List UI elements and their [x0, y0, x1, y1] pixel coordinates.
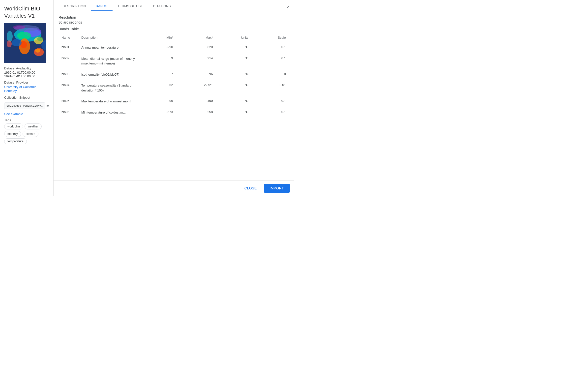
svg-point-11	[7, 31, 13, 42]
svg-point-12	[7, 40, 12, 47]
import-button[interactable]: IMPORT	[264, 184, 290, 193]
col-header-description: Description	[78, 33, 143, 42]
cell-units: °C	[216, 80, 251, 96]
cell-max: 22721	[176, 80, 216, 96]
cell-units: °C	[216, 53, 251, 69]
col-header-name: Name	[58, 33, 78, 42]
tabs-bar: DESCRIPTION BANDS TERMS OF USE CITATIONS…	[53, 0, 294, 11]
main-layout: WorldClim BIO Variables V1	[0, 0, 294, 196]
table-row: bio06 Min temperature of coldest m... -5…	[58, 107, 289, 118]
svg-point-10	[35, 48, 40, 52]
cell-units: °C	[216, 42, 251, 53]
cell-min: -573	[143, 107, 176, 118]
cell-max: 214	[176, 53, 216, 69]
bands-table: Name Description Min* Max* Units Scale b…	[58, 33, 289, 118]
cell-description: Annual mean temperature	[78, 42, 143, 53]
dataset-provider-link[interactable]: University of California, Berkeley	[4, 85, 37, 93]
cell-scale: 0.01	[251, 80, 289, 96]
cell-min: -96	[143, 96, 176, 107]
table-row: bio01 Annual mean temperature -290 320 °…	[58, 42, 289, 53]
cell-max: 490	[176, 96, 216, 107]
tags-section: Tags worldclim weather monthly climate t…	[4, 118, 49, 144]
cell-units: °C	[216, 107, 251, 118]
resolution-label: Resolution	[58, 15, 289, 19]
dataset-availability-label: Dataset Availability	[4, 66, 49, 70]
tags-label: Tags	[4, 118, 49, 122]
cell-name: bio06	[58, 107, 78, 118]
svg-point-15	[12, 39, 21, 46]
svg-point-8	[37, 37, 43, 41]
svg-point-14	[13, 25, 25, 29]
cell-units: °C	[216, 96, 251, 107]
cell-max: 320	[176, 42, 216, 53]
tab-description[interactable]: DESCRIPTION	[57, 0, 91, 11]
cell-description: Temperature seasonality (Standard deviat…	[78, 80, 143, 96]
col-header-units: Units	[216, 33, 251, 42]
cell-scale: 0	[251, 69, 289, 80]
collection-snippet-label: Collection Snippet	[4, 96, 49, 100]
cell-name: bio04	[58, 80, 78, 96]
table-row: bio04 Temperature seasonality (Standard …	[58, 80, 289, 96]
tag-worldclim[interactable]: worldclim	[4, 124, 23, 130]
cell-min: 7	[143, 69, 176, 80]
cell-description: Mean diurnal range (mean of monthly (max…	[78, 53, 143, 69]
table-row: bio03 Isothermality (bio02/bio07) 7 96 %…	[58, 69, 289, 80]
page-title: WorldClim BIO Variables V1	[4, 5, 49, 19]
cell-name: bio03	[58, 69, 78, 80]
cell-scale: 0.1	[251, 42, 289, 53]
cell-name: bio05	[58, 96, 78, 107]
bands-table-label: Bands Table	[58, 27, 289, 31]
external-link-icon[interactable]: ↗	[286, 4, 290, 10]
tags-row: worldclim weather monthly climate temper…	[4, 124, 49, 144]
tag-weather[interactable]: weather	[24, 124, 42, 130]
cell-description: Isothermality (bio02/bio07)	[78, 69, 143, 80]
cell-min: 62	[143, 80, 176, 96]
table-header-row: Name Description Min* Max* Units Scale	[58, 33, 289, 42]
collection-snippet-code: ee.Image("WORLDCLIM/V1/BIO")	[4, 102, 45, 109]
see-example-link[interactable]: See example	[4, 112, 49, 116]
left-panel: WorldClim BIO Variables V1	[0, 0, 53, 196]
right-panel: DESCRIPTION BANDS TERMS OF USE CITATIONS…	[53, 0, 294, 196]
cell-max: 96	[176, 69, 216, 80]
cell-min: -290	[143, 42, 176, 53]
map-thumbnail	[4, 23, 46, 63]
dataset-availability-value: 1960-01-01T00:00:00 -1991-01-01T00:00:00	[4, 71, 49, 78]
cell-units: %	[216, 69, 251, 80]
bottom-bar: CLOSE IMPORT	[53, 180, 294, 196]
cell-max: 258	[176, 107, 216, 118]
tab-citations[interactable]: CITATIONS	[148, 0, 176, 11]
tag-monthly[interactable]: monthly	[4, 131, 21, 137]
cell-description: Min temperature of coldest m...	[78, 107, 143, 118]
col-header-scale: Scale	[251, 33, 289, 42]
table-row: bio02 Mean diurnal range (mean of monthl…	[58, 53, 289, 69]
col-header-max: Max*	[176, 33, 216, 42]
resolution-value: 30 arc seconds	[58, 20, 289, 24]
tab-terms-of-use[interactable]: TERMS OF USE	[112, 0, 148, 11]
cell-scale: 0.1	[251, 107, 289, 118]
copy-icon[interactable]: ⧉	[46, 104, 49, 108]
dataset-provider-label: Dataset Provider	[4, 80, 49, 84]
snippet-row: ee.Image("WORLDCLIM/V1/BIO") ⧉	[4, 101, 49, 111]
col-header-min: Min*	[143, 33, 176, 42]
tag-climate[interactable]: climate	[22, 131, 38, 137]
cell-min: 9	[143, 53, 176, 69]
cell-description: Max temperature of warmest month	[78, 96, 143, 107]
cell-name: bio01	[58, 42, 78, 53]
content-area: Resolution 30 arc seconds Bands Table Na…	[53, 11, 294, 180]
table-row: bio05 Max temperature of warmest month -…	[58, 96, 289, 107]
close-button[interactable]: CLOSE	[239, 184, 262, 193]
tab-bands[interactable]: BANDS	[91, 0, 112, 11]
tag-temperature[interactable]: temperature	[4, 138, 27, 144]
cell-scale: 0.1	[251, 96, 289, 107]
cell-scale: 0.1	[251, 53, 289, 69]
cell-name: bio02	[58, 53, 78, 69]
